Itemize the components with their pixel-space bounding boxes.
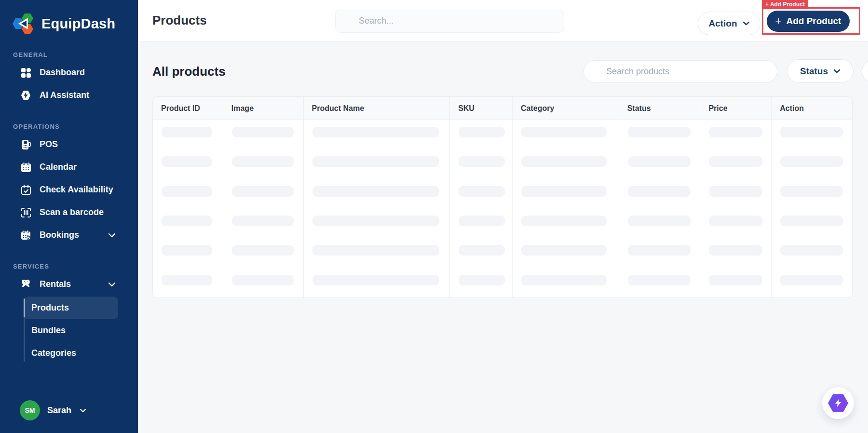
table-column: Product ID: [153, 97, 223, 298]
section-label-operations: OPERATIONS: [13, 123, 138, 130]
sidebar-item-pos[interactable]: POS: [0, 133, 138, 156]
sidebar-item-label: Dashboard: [40, 68, 85, 78]
skeleton-bar: [312, 275, 439, 285]
sidebar-item-label: Bundles: [31, 325, 66, 335]
table-cell: [304, 209, 450, 238]
sidebar-item-bundles[interactable]: Bundles: [24, 319, 118, 342]
skeleton-bar: [232, 275, 294, 285]
table-column: SKU: [450, 97, 513, 298]
rentals-subtree: Products Bundles Categories: [24, 297, 138, 365]
skeleton-bar: [162, 156, 212, 167]
sidebar-item-label: Bookings: [40, 230, 79, 240]
column-header: Product ID: [153, 97, 223, 120]
table-column: Image: [223, 97, 304, 298]
annotation-tag: + Add Product: [762, 0, 808, 9]
table-cell: [450, 268, 512, 298]
table-cell: [304, 179, 450, 209]
skeleton-bar: [232, 245, 294, 256]
search-products-input[interactable]: [583, 60, 777, 82]
skeleton-bar: [232, 186, 294, 197]
user-name: Sarah: [47, 406, 71, 416]
pos-terminal-icon: [20, 139, 31, 150]
skeleton-bar: [780, 216, 843, 226]
status-filter-label: Status: [800, 66, 828, 77]
skeleton-bar: [162, 245, 212, 256]
skeleton-bar: [709, 186, 762, 197]
skeleton-bar: [162, 275, 212, 285]
table-cell: [700, 179, 771, 209]
top-bar: Products Action + Add Product + Add Prod…: [138, 0, 868, 41]
table-column: Category: [513, 97, 619, 298]
skeleton-bar: [521, 245, 607, 256]
sidebar-item-label: Check Availability: [40, 185, 113, 195]
table-cell: [700, 120, 771, 149]
dashboard-icon: [20, 67, 31, 78]
skeleton-bar: [232, 156, 294, 167]
clipped-edge-button[interactable]: [862, 59, 868, 83]
skeleton-bar: [232, 127, 294, 137]
skeleton-bar: [780, 186, 843, 197]
table-cell: [304, 268, 450, 298]
calendar-icon: [20, 162, 31, 173]
status-filter-button[interactable]: Status: [787, 59, 854, 83]
skeleton-bar: [709, 216, 762, 226]
skeleton-bar: [709, 156, 762, 167]
table-column: Product Name: [304, 97, 450, 298]
skeleton-bar: [521, 216, 607, 226]
skeleton-bar: [780, 275, 843, 285]
skeleton-bar: [459, 186, 505, 197]
skeleton-bar: [628, 186, 691, 197]
sidebar-item-bookings[interactable]: Bookings: [0, 224, 138, 246]
barcode-scan-icon: [20, 207, 31, 218]
skeleton-bar: [312, 156, 439, 167]
skeleton-bar: [312, 127, 439, 137]
sidebar-item-rentals[interactable]: Rentals: [0, 273, 138, 296]
avatar: SM: [20, 400, 40, 420]
sidebar-item-dashboard[interactable]: Dashboard: [0, 61, 138, 84]
sidebar-item-calendar[interactable]: Calendar: [0, 156, 138, 178]
app-root: EquipDash GENERAL Dashboard AI Assistant…: [0, 0, 868, 433]
column-header: Action: [772, 97, 852, 120]
column-header: Product Name: [304, 97, 450, 120]
search-input[interactable]: [335, 9, 564, 33]
sidebar-item-products[interactable]: Products: [24, 297, 118, 319]
table-cell: [700, 238, 771, 268]
equipdash-logo-icon: [12, 13, 36, 35]
table-cell: [153, 209, 223, 238]
sidebar-item-label: Products: [31, 303, 69, 312]
table-cell: [772, 238, 852, 268]
action-button[interactable]: Action: [698, 12, 760, 35]
sidebar: EquipDash GENERAL Dashboard AI Assistant…: [0, 0, 138, 433]
column-header: Price: [700, 97, 771, 120]
sidebar-item-label: Rentals: [40, 279, 71, 289]
skeleton-bar: [709, 245, 762, 256]
table-cell: [153, 120, 223, 149]
skeleton-bar: [709, 127, 762, 137]
skeleton-bar: [459, 245, 505, 256]
table-cell: [772, 120, 852, 149]
table-cell: [619, 179, 700, 209]
logo: EquipDash: [0, 0, 138, 35]
table-cell: [619, 268, 700, 298]
table-cell: [450, 149, 512, 179]
sidebar-item-check-availability[interactable]: Check Availability: [0, 178, 138, 201]
skeleton-bar: [780, 245, 843, 256]
sidebar-item-scan-barcode[interactable]: Scan a barcode: [0, 201, 138, 224]
skeleton-bar: [628, 245, 691, 256]
table-cell: [772, 268, 852, 298]
skeleton-bar: [312, 186, 439, 197]
skeleton-bar: [780, 127, 843, 137]
table-cell: [450, 209, 512, 238]
table-cell: [450, 238, 512, 268]
content-area: All products Status Product IDImageProdu…: [138, 41, 868, 433]
section-heading: All products: [152, 64, 226, 79]
sidebar-item-categories[interactable]: Categories: [24, 342, 118, 365]
assistant-fab-button[interactable]: [822, 387, 854, 419]
skeleton-bar: [628, 127, 691, 137]
chevron-down-icon: [743, 21, 750, 26]
table-cell: [513, 209, 619, 238]
table-cell: [772, 149, 852, 179]
user-menu[interactable]: SM Sarah: [0, 400, 138, 433]
sidebar-item-ai-assistant[interactable]: AI Assistant: [0, 84, 138, 107]
table-cell: [153, 238, 223, 268]
